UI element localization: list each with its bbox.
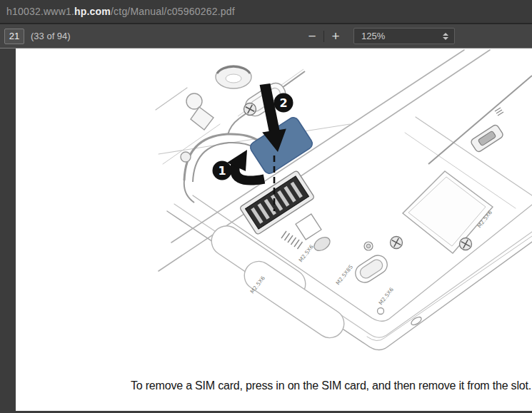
sim-card [249, 116, 315, 175]
svg-text:M2.5X8S: M2.5X8S [334, 263, 354, 286]
cable-ground-mark-right [495, 108, 503, 116]
select-spinner-icon [443, 33, 448, 40]
pdf-viewer: h10032.www1.hp.com/ctg/Manual/c05960262.… [0, 0, 532, 413]
callout-1: 1 [213, 161, 232, 180]
url-path: /ctg/Manual/c05960262.pdf [111, 6, 235, 17]
pdf-page: 2 1 M2.5X6 M2.5X6 M2.5X8S M2.5X6 M2.5X6 … [16, 49, 532, 411]
zoom-controls: − + 125% [303, 24, 455, 48]
svg-text:1: 1 [218, 164, 226, 178]
document-url: h10032.www1.hp.com/ctg/Manual/c05960262.… [6, 6, 235, 17]
page-count-label: (33 of 94) [31, 31, 71, 41]
sim-removal-illustration: 2 1 M2.5X6 M2.5X6 M2.5X8S M2.5X6 M2.5X6 [16, 49, 532, 378]
svg-text:M2.5X6: M2.5X6 [297, 243, 315, 263]
zoom-in-button[interactable]: + [326, 27, 345, 46]
speaker-dome [216, 66, 251, 88]
svg-text:2: 2 [279, 96, 287, 110]
url-prefix: h10032.www1. [6, 6, 74, 17]
url-domain: hp.com [74, 6, 111, 17]
zoom-out-button[interactable]: − [303, 27, 321, 46]
document-area: 2 1 M2.5X6 M2.5X6 M2.5X8S M2.5X6 M2.5X6 … [0, 49, 532, 411]
callout-2: 2 [274, 93, 293, 113]
toolbar-divider [323, 31, 324, 42]
figure-caption: To remove a SIM card, press in on the SI… [131, 379, 531, 392]
zoom-level-select[interactable]: 125% [353, 28, 455, 44]
right-bracket [470, 124, 504, 153]
pdf-toolbar: (33 of 94) − + 125% [0, 24, 532, 49]
page-number-input[interactable] [4, 29, 24, 44]
url-bar[interactable]: h10032.www1.hp.com/ctg/Manual/c05960262.… [0, 0, 532, 24]
hook-bracket [186, 93, 214, 130]
zoom-level-value: 125% [361, 31, 443, 41]
svg-text:M2.5X6: M2.5X6 [377, 286, 395, 306]
ribbed-vent [281, 231, 303, 249]
viewer-background-gutter [0, 49, 16, 411]
